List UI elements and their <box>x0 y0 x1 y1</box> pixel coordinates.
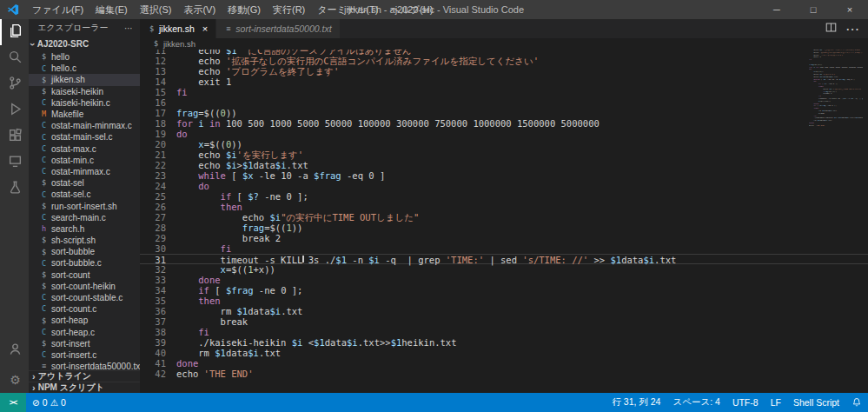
search-button[interactable] <box>0 45 29 71</box>
sidebar-section[interactable]: ›アウトライン <box>29 370 140 382</box>
explorer-button[interactable] <box>0 19 29 45</box>
code-line[interactable]: 38 fi <box>140 327 868 337</box>
file-item[interactable]: Ckaiseki-heikin.c <box>29 97 140 109</box>
code-line[interactable]: 31 timeout -s KILL 3s ./$1 -n $i -q | gr… <box>140 254 868 264</box>
file-item[interactable]: $run-sort-insert.sh <box>29 200 140 211</box>
editor-more-actions-icon[interactable]: ⋯ <box>845 21 859 37</box>
code-line[interactable]: 28 frag=$((1)) <box>140 223 868 233</box>
remote-indicator[interactable]: >< <box>0 393 26 412</box>
line-number[interactable]: 37 <box>140 316 166 327</box>
file-item[interactable]: Costat-min.c <box>29 155 140 166</box>
code-line[interactable]: 39 ./kaiseki-heikin $i <$1data$i.txt>>$1… <box>140 337 868 348</box>
run-debug-button[interactable] <box>0 97 29 123</box>
menu-item[interactable]: ファイル(F) <box>26 0 89 19</box>
status-item[interactable]: スペース: 4 <box>666 396 726 409</box>
sidebar-section[interactable]: ›NPM スクリプト <box>29 382 140 393</box>
code-line[interactable]: 15fi <box>140 87 868 97</box>
line-number[interactable]: 11 <box>140 50 166 56</box>
code-line[interactable]: 33 done <box>140 275 868 285</box>
source-control-button[interactable] <box>0 71 29 97</box>
code-line[interactable]: 23 while [ $x -le 10 -a $frag -eq 0 ] <box>140 170 868 181</box>
file-item[interactable]: $sort-heap <box>29 315 140 326</box>
line-number[interactable]: 12 <box>140 56 166 66</box>
file-item[interactable]: Csearch-main.c <box>29 212 140 223</box>
code-line[interactable]: 21 echo $i'を実行します' <box>140 150 868 160</box>
line-number[interactable]: 42 <box>140 369 166 379</box>
code-line[interactable]: 40 rm $1data$i.txt <box>140 348 868 358</box>
line-number[interactable]: 13 <box>140 66 166 76</box>
code-line[interactable]: 27 echo $i"の実行中にTIME OUTしました" <box>140 212 868 223</box>
line-number[interactable]: 29 <box>140 233 166 243</box>
code-line[interactable]: 11 echo $1 'にC言語のソースファイルはありません' <box>140 50 868 56</box>
file-item[interactable]: Costat-minmax.c <box>29 166 140 177</box>
code-line[interactable]: 30 fi <box>140 243 868 254</box>
breadcrumb[interactable]: $ jikken.sh <box>140 38 868 50</box>
line-number[interactable]: 24 <box>140 181 166 191</box>
file-item[interactable]: $ostat-sel <box>29 177 140 189</box>
menu-item[interactable]: 表示(V) <box>177 0 222 19</box>
line-number[interactable]: 39 <box>140 337 166 348</box>
line-number[interactable]: 15 <box>140 87 166 97</box>
minimize-button[interactable]: ─ <box>759 0 795 19</box>
code-line[interactable]: 35 then <box>140 296 868 306</box>
accounts-button[interactable] <box>0 337 29 363</box>
code-line[interactable]: 42echo 'THE END' <box>140 369 868 379</box>
line-number[interactable]: 21 <box>140 150 166 160</box>
file-item[interactable]: $hello <box>29 51 140 63</box>
file-item[interactable]: Csort-bubble.c <box>29 257 140 269</box>
line-number[interactable]: 33 <box>140 275 166 285</box>
line-number[interactable]: 18 <box>140 118 166 129</box>
line-number[interactable]: 28 <box>140 223 166 233</box>
file-item[interactable]: Csort-count-stable.c <box>29 292 140 303</box>
menu-item[interactable]: 編集(E) <box>89 0 134 19</box>
file-item[interactable]: $sort-count <box>29 269 140 281</box>
menu-item[interactable]: 移動(G) <box>222 0 267 19</box>
code-line[interactable]: 25 if [ $? -ne 0 ]; <box>140 191 868 202</box>
more-actions-icon[interactable]: ⋯ <box>124 23 133 33</box>
folder-section-header[interactable]: › AJ2020-SRC <box>29 37 140 51</box>
problems-status[interactable]: ⊘0 ⚠0 <box>26 397 72 408</box>
code-line[interactable]: 13 echo 'プログラムを終了します' <box>140 66 868 76</box>
line-number[interactable]: 20 <box>140 139 166 150</box>
file-item[interactable]: Costat-sel.c <box>29 189 140 200</box>
line-number[interactable]: 26 <box>140 202 166 212</box>
code-line[interactable]: 22 echo $i>$1data$i.txt <box>140 160 868 170</box>
line-number[interactable]: 40 <box>140 348 166 358</box>
extensions-button[interactable] <box>0 123 29 150</box>
code-line[interactable]: 26 then <box>140 202 868 212</box>
line-number[interactable]: 31 <box>140 255 166 263</box>
code-editor[interactable]: 11 echo $1 'にC言語のソースファイルはありません'12 echo '… <box>140 50 868 393</box>
line-number[interactable]: 14 <box>140 76 166 87</box>
file-item[interactable]: hsearch.h <box>29 223 140 235</box>
line-number[interactable]: 22 <box>140 160 166 170</box>
test-explorer-button[interactable] <box>0 176 29 202</box>
status-item[interactable]: 行 31, 列 24 <box>606 396 666 409</box>
code-line[interactable]: 34 if [ $frag -ne 0 ]; <box>140 285 868 296</box>
code-line[interactable]: 36 rm $1data$i.txt <box>140 306 868 316</box>
status-item[interactable]: Shell Script <box>787 397 845 408</box>
file-item[interactable]: $jikken.sh <box>29 74 140 85</box>
code-line[interactable]: 14 exit 1 <box>140 76 868 87</box>
minimap[interactable]: echo $1 'にC言語のソースファイルはありません' echo '拡張子なし… <box>809 50 863 128</box>
maximize-button[interactable]: □ <box>795 0 832 19</box>
line-number[interactable]: 17 <box>140 108 166 118</box>
line-number[interactable]: 36 <box>140 306 166 316</box>
code-line[interactable]: 32 x=$((1+x)) <box>140 264 868 275</box>
code-line[interactable]: 12 echo '拡張子なしの実行用のC言語コンパイル済みファイルを指定してくだ… <box>140 56 868 66</box>
file-item[interactable]: $sort-bubble <box>29 246 140 257</box>
file-item[interactable]: Costat-max.c <box>29 143 140 155</box>
line-number[interactable]: 32 <box>140 264 166 275</box>
close-icon[interactable]: × <box>202 23 208 34</box>
file-item[interactable]: $sort-insert <box>29 338 140 349</box>
code-line[interactable]: 41done <box>140 358 868 369</box>
file-item[interactable]: Costat-main-minmax.c <box>29 120 140 131</box>
file-item[interactable]: $sort-count-heikin <box>29 281 140 292</box>
file-item[interactable]: MMakefile <box>29 109 140 120</box>
code-line[interactable]: 24 do <box>140 181 868 191</box>
file-item[interactable]: $kaiseki-heikin <box>29 86 140 97</box>
file-item[interactable]: $sh-script.sh <box>29 235 140 246</box>
line-number[interactable]: 19 <box>140 129 166 139</box>
file-item[interactable]: Csort-insert.c <box>29 349 140 361</box>
status-item[interactable]: LF <box>765 397 787 408</box>
file-item[interactable]: ≡sort-insertdata50000.txt <box>29 361 140 370</box>
